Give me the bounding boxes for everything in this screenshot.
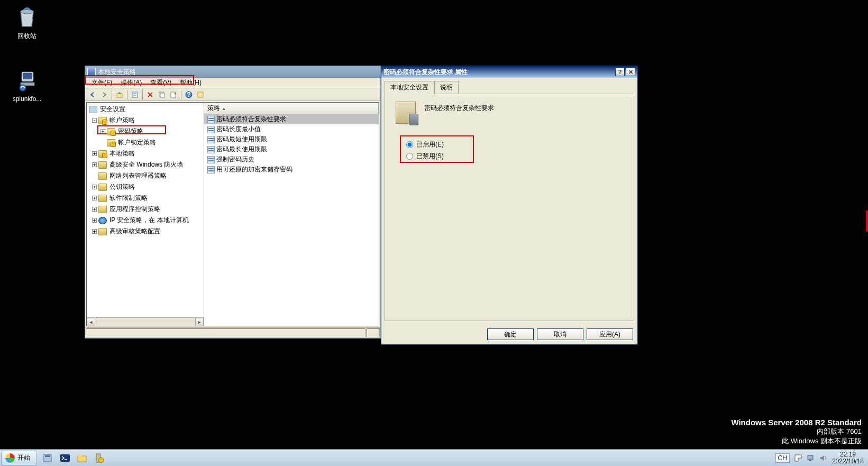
properties-dialog: 密码必须符合复杂性要求 属性 ? ✕ 本地安全设置 说明 密码必须符合复杂性要求…	[381, 66, 638, 345]
ok-button[interactable]: 确定	[487, 328, 534, 340]
folder-icon	[98, 172, 107, 180]
list-row-reversible[interactable]: 用可还原的加密来储存密码	[204, 165, 379, 175]
clock-time: 22:19	[832, 451, 864, 458]
apply-button[interactable]: 应用(A)	[587, 328, 633, 340]
dialog-title: 密码必须符合复杂性要求 属性	[383, 68, 614, 77]
radio-enabled[interactable]: 已启用(E)	[406, 140, 444, 149]
folder-icon	[98, 228, 107, 235]
svg-rect-17	[60, 454, 70, 462]
copy-button[interactable]	[157, 89, 167, 100]
export-button[interactable]	[168, 89, 179, 100]
expander-public-key[interactable]: +	[92, 185, 97, 189]
svg-rect-18	[78, 456, 86, 462]
expander-local-policy[interactable]: +	[92, 151, 97, 156]
radio-disabled-input[interactable]	[406, 153, 413, 160]
tab-local-security-setting[interactable]: 本地安全设置	[385, 81, 434, 94]
powershell-button[interactable]	[58, 451, 72, 465]
folder-icon	[98, 206, 107, 213]
tree-local-policy[interactable]: 本地策略	[108, 149, 136, 159]
tab-content: 密码必须符合复杂性要求 已启用(E) 已禁用(S)	[385, 94, 634, 321]
tree-software-restrict[interactable]: 软件限制策略	[108, 193, 149, 203]
clock[interactable]: 22:19 2022/10/18	[832, 451, 864, 465]
folder-icon	[98, 195, 107, 202]
tree-account-policy[interactable]: 帐户策略	[108, 115, 136, 125]
expander-account-policy[interactable]: -	[92, 118, 97, 123]
tab-explain[interactable]: 说明	[434, 81, 459, 94]
radio-enabled-label: 已启用(E)	[416, 140, 444, 149]
server-manager-button[interactable]	[41, 451, 55, 465]
expander-ip-security[interactable]: +	[92, 218, 97, 223]
policy-item-icon	[207, 156, 215, 163]
radio-disabled[interactable]: 已禁用(S)	[406, 152, 444, 161]
forward-button[interactable]	[99, 89, 109, 100]
list-row-min-age[interactable]: 密码最短使用期限	[204, 134, 379, 144]
svg-point-21	[98, 458, 104, 463]
scroll-right-button[interactable]: ►	[195, 318, 204, 326]
quick-launch	[41, 451, 106, 465]
radio-disabled-label: 已禁用(S)	[416, 152, 444, 161]
expander-adv-audit[interactable]: +	[92, 229, 97, 234]
back-button[interactable]	[87, 89, 98, 100]
expander-app-control[interactable]: +	[92, 207, 97, 212]
splunk-icon	[14, 68, 40, 93]
watermark-edition: Windows Server 2008 R2 Standard	[731, 418, 862, 427]
recycle-bin-icon	[14, 4, 40, 30]
list-row-min-length[interactable]: 密码长度最小值	[204, 124, 379, 134]
radio-enabled-input[interactable]	[406, 141, 413, 148]
tree-hscrollbar[interactable]: ◄ ►	[87, 317, 204, 326]
policy-name-text: 密码必须符合复杂性要求	[424, 104, 494, 113]
close-button[interactable]: ✕	[626, 68, 635, 76]
svg-point-0	[21, 10, 33, 14]
explorer-button[interactable]	[75, 451, 89, 465]
cancel-button[interactable]: 取消	[537, 328, 583, 340]
tree-adv-audit[interactable]: 高级审核策略配置	[108, 226, 161, 236]
language-indicator[interactable]: CH	[775, 453, 790, 463]
volume-icon[interactable]	[819, 454, 828, 462]
list-pane[interactable]: 策略 ▲ 密码必须符合复杂性要求 密码长度最小值 密码最短使用期限 密码最长使用…	[204, 103, 379, 326]
secpol-button[interactable]	[92, 451, 106, 465]
statusbar	[85, 327, 380, 338]
tree-public-key[interactable]: 公钥策略	[108, 182, 136, 192]
globe-icon	[98, 217, 107, 224]
svg-text:?: ?	[187, 91, 190, 98]
policy-item-icon	[207, 146, 215, 153]
tree-security-settings[interactable]: 安全设置	[99, 104, 126, 114]
delete-button[interactable]	[145, 89, 156, 100]
policy-large-icon	[396, 102, 416, 124]
folder-icon	[107, 128, 115, 135]
start-label: 开始	[17, 453, 30, 462]
tree-firewall[interactable]: 高级安全 Windows 防火墙	[108, 160, 184, 170]
help-button[interactable]: ?	[615, 68, 625, 76]
splunk-label: splunkfo...	[8, 95, 45, 103]
tab-strip: 本地安全设置 说明	[381, 78, 637, 94]
network-icon[interactable]	[807, 454, 815, 462]
dialog-titlebar[interactable]: 密码必须符合复杂性要求 属性 ? ✕	[381, 66, 637, 78]
system-tray: CH 22:19 2022/10/18	[771, 451, 868, 465]
tree-pane[interactable]: 安全设置 - 帐户策略 + 密码策略	[87, 103, 204, 326]
tree-ip-security[interactable]: IP 安全策略，在 本地计算机	[108, 215, 190, 225]
radio-group: 已启用(E) 已禁用(S)	[406, 138, 444, 163]
tree-app-control[interactable]: 应用程序控制策略	[108, 204, 161, 214]
expander-software-restrict[interactable]: +	[92, 196, 97, 200]
tree-lockout-policy[interactable]: 帐户锁定策略	[117, 138, 157, 148]
scroll-left-button[interactable]: ◄	[87, 318, 95, 326]
list-row-max-age[interactable]: 密码最长使用期限	[204, 144, 379, 154]
activation-watermark: Windows Server 2008 R2 Standard 内部版本 760…	[731, 418, 862, 446]
recycle-bin[interactable]: 回收站	[8, 4, 45, 41]
action-center-icon[interactable]	[794, 454, 802, 462]
tree-network-list[interactable]: 网络列表管理器策略	[108, 171, 168, 181]
svg-rect-16	[45, 455, 50, 457]
expander-firewall[interactable]: +	[92, 162, 97, 167]
help-button[interactable]: ?	[184, 89, 194, 100]
up-button[interactable]	[114, 89, 125, 100]
refresh-button[interactable]	[195, 89, 206, 100]
list-row-complexity[interactable]: 密码必须符合复杂性要求	[204, 114, 379, 125]
svg-rect-2	[23, 73, 32, 79]
column-header-policy[interactable]: 策略 ▲	[204, 103, 379, 114]
svg-rect-23	[809, 460, 811, 461]
list-row-history[interactable]: 强制密码历史	[204, 154, 379, 165]
splunk-forwarder[interactable]: splunkfo...	[8, 68, 45, 103]
toolbar: ?	[85, 88, 380, 101]
start-button[interactable]: 开始	[1, 451, 37, 465]
properties-button[interactable]	[130, 89, 140, 100]
